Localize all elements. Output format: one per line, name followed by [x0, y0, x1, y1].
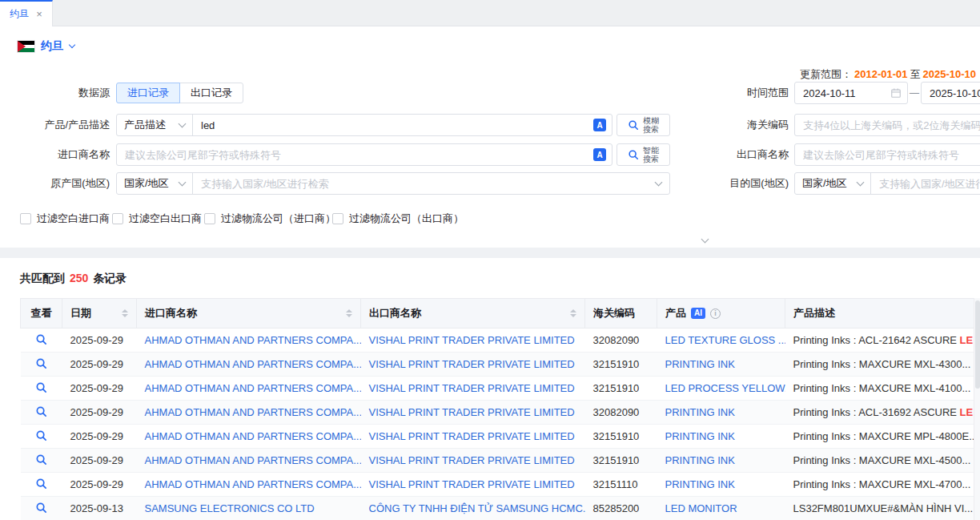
translate-icon[interactable]: A [593, 119, 606, 131]
tab-title: 约旦 [10, 7, 29, 21]
importer-link[interactable]: SAMSUNG ELECTRONICS CO LTD [145, 502, 315, 514]
exporter-input[interactable] [795, 144, 980, 165]
date-cell: 2025-09-29 [62, 377, 137, 401]
tab-bar: 约旦 × [0, 0, 980, 26]
tab-jordan[interactable]: 约旦 × [0, 0, 53, 26]
smart-search-button[interactable]: 智能 搜索 [617, 143, 670, 166]
destination-country-select[interactable]: 国家/地区 [795, 173, 871, 194]
col-description-label: 产品描述 [793, 307, 835, 319]
destination-country-input[interactable] [871, 173, 980, 194]
product-link[interactable]: PRINTING INK [665, 406, 735, 418]
exporter-link[interactable]: VISHAL PRINT TRADER PRIVATE LIMITED [369, 454, 575, 466]
fuzzy-search-button[interactable]: 模糊 搜索 [617, 114, 670, 136]
results-table: 查看 日期 进口商名称 出口商名称 [20, 298, 974, 520]
scrollbar-track[interactable] [974, 298, 980, 520]
importer-link[interactable]: AHMAD OTHMAN AND PARTNERS COMPA... [145, 454, 361, 466]
product-link[interactable]: LED TEXTURE GLOSS ... [665, 334, 785, 346]
view-detail-button[interactable] [35, 357, 47, 369]
exporter-link[interactable]: VISHAL PRINT TRADER PRIVATE LIMITED [369, 334, 575, 346]
origin-country-label: 原产国(地区) [0, 172, 110, 195]
magnifier-icon [35, 405, 47, 417]
close-icon[interactable]: × [36, 8, 42, 20]
date-cell: 2025-09-29 [62, 329, 137, 353]
date-to-input[interactable] [922, 83, 980, 103]
exporter-link[interactable]: VISHAL PRINT TRADER PRIVATE LIMITED [369, 382, 575, 394]
origin-country-select[interactable]: 国家/地区 [117, 173, 193, 194]
view-detail-button[interactable] [35, 502, 47, 514]
table-body: 2025-09-29 AHMAD OTHMAN AND PARTNERS COM… [21, 329, 974, 520]
description-text: LS32FM801UMXUE#&MÀN HÌNH VI... [793, 502, 974, 514]
product-link[interactable]: LED MONITOR [665, 502, 737, 514]
hs-code-cell: 32151910 [585, 377, 657, 401]
importer-link[interactable]: AHMAD OTHMAN AND PARTNERS COMPA... [145, 478, 361, 490]
checkbox-icon[interactable] [112, 213, 123, 224]
magnifier-icon [35, 357, 47, 369]
date-value: 2025-09-29 [70, 406, 124, 418]
product-link[interactable]: PRINTING INK [665, 454, 735, 466]
translate-icon[interactable]: A [593, 148, 606, 161]
collapse-panel-button[interactable] [687, 235, 722, 248]
description-cell: Printing Inks : ACL-21642 ASCURE LE... [785, 329, 974, 353]
date-to-field[interactable] [921, 82, 980, 104]
checkbox-icon[interactable] [204, 213, 215, 224]
product-type-select[interactable]: 产品描述 [117, 115, 193, 135]
exporter-link[interactable]: VISHAL PRINT TRADER PRIVATE LIMITED [369, 430, 575, 442]
col-description: 产品描述 [785, 299, 974, 329]
description-cell: LS32FM801UMXUE#&MÀN HÌNH VI... [785, 497, 974, 520]
checkbox-filter-logistics-exporter[interactable]: 过滤物流公司（出口商） [332, 212, 464, 226]
view-detail-button[interactable] [35, 478, 47, 490]
view-detail-button[interactable] [35, 381, 47, 393]
checkbox-icon[interactable] [20, 213, 31, 224]
checkbox-icon[interactable] [332, 213, 343, 224]
importer-link[interactable]: AHMAD OTHMAN AND PARTNERS COMPA... [145, 358, 361, 370]
hs-code-value: 32082090 [593, 406, 640, 418]
date-value: 2025-09-13 [70, 502, 124, 514]
tab-import-records[interactable]: 进口记录 [116, 83, 180, 103]
checkbox-filter-logistics-importer[interactable]: 过滤物流公司（进口商） [204, 212, 335, 226]
importer-cell: AHMAD OTHMAN AND PARTNERS COMPA... [137, 449, 361, 473]
checkbox-filter-blank-importer[interactable]: 过滤空白进口商 [20, 212, 110, 226]
hs-code-input[interactable] [795, 115, 980, 135]
product-label: 产品/产品描述 [0, 114, 110, 136]
exporter-link[interactable]: VISHAL PRINT TRADER PRIVATE LIMITED [369, 358, 575, 370]
info-icon[interactable]: i [710, 308, 721, 319]
exporter-link[interactable]: CÔNG TY TNHH ĐIỆN TỬ SAMSUNG HCMC... [369, 502, 585, 514]
view-detail-button[interactable] [35, 429, 47, 441]
exporter-link[interactable]: VISHAL PRINT TRADER PRIVATE LIMITED [369, 478, 575, 490]
exporter-cell: VISHAL PRINT TRADER PRIVATE LIMITED [361, 473, 585, 497]
product-link[interactable]: PRINTING INK [665, 478, 735, 490]
product-link[interactable]: PRINTING INK [665, 358, 735, 370]
view-cell [21, 377, 62, 401]
view-cell [21, 425, 62, 449]
importer-input[interactable] [117, 144, 612, 165]
date-from-field[interactable] [794, 82, 908, 104]
col-date-label: 日期 [70, 306, 91, 320]
country-selector[interactable]: 约旦 [18, 39, 74, 54]
product-cell: PRINTING INK [657, 401, 785, 425]
view-detail-button[interactable] [35, 405, 47, 417]
view-detail-button[interactable] [35, 453, 47, 466]
exporter-cell: VISHAL PRINT TRADER PRIVATE LIMITED [361, 449, 585, 473]
product-input[interactable] [193, 115, 612, 135]
sort-icon[interactable] [570, 309, 576, 317]
origin-country-input[interactable] [193, 173, 669, 194]
chevron-down-icon [701, 236, 709, 244]
importer-label: 进口商名称 [0, 143, 110, 166]
importer-link[interactable]: AHMAD OTHMAN AND PARTNERS COMPA... [145, 406, 361, 418]
importer-link[interactable]: AHMAD OTHMAN AND PARTNERS COMPA... [145, 334, 361, 346]
sort-icon[interactable] [346, 309, 352, 317]
exporter-cell: VISHAL PRINT TRADER PRIVATE LIMITED [361, 425, 585, 449]
table-row: 2025-09-29 AHMAD OTHMAN AND PARTNERS COM… [21, 353, 974, 377]
tab-export-records[interactable]: 出口记录 [179, 83, 243, 103]
date-value: 2025-09-29 [70, 358, 124, 370]
checkbox-filter-blank-exporter[interactable]: 过滤空白出口商 [112, 212, 202, 226]
view-detail-button[interactable] [35, 333, 47, 345]
importer-link[interactable]: AHMAD OTHMAN AND PARTNERS COMPA... [145, 382, 361, 394]
sort-icon[interactable] [122, 309, 128, 317]
importer-link[interactable]: AHMAD OTHMAN AND PARTNERS COMPA... [145, 430, 361, 442]
exporter-cell: VISHAL PRINT TRADER PRIVATE LIMITED [361, 353, 585, 377]
description-text: Printing Inks : MAXCURE MXL-4300... [793, 358, 971, 370]
product-link[interactable]: LED PROCESS YELLOW... [665, 382, 785, 394]
product-link[interactable]: PRINTING INK [665, 430, 735, 442]
exporter-link[interactable]: VISHAL PRINT TRADER PRIVATE LIMITED [369, 406, 575, 418]
